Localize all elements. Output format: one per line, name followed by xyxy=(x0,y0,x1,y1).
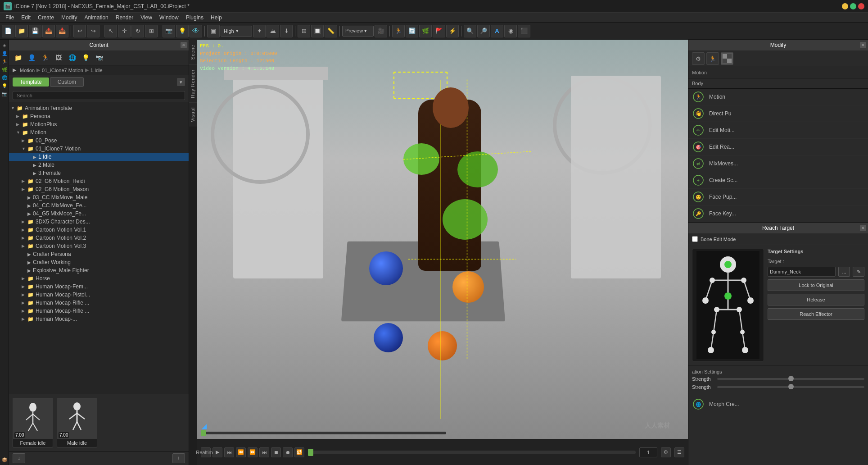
toolbar-misc1[interactable]: ◉ xyxy=(504,25,517,37)
menu-render[interactable]: Render xyxy=(112,14,137,22)
release-btn[interactable]: Release xyxy=(768,294,864,305)
tree-item-cc-fe[interactable]: ▶ 04_CC MixMove_Fe... xyxy=(9,201,189,210)
tab-settings-btn[interactable]: ▾ xyxy=(177,78,185,86)
direct-pu-btn[interactable]: 👋 Direct Pu xyxy=(688,105,868,122)
toolbar-export[interactable]: 📤 xyxy=(42,25,55,37)
modify-icon-person[interactable]: 🏃 xyxy=(706,52,719,65)
preview-dropdown[interactable]: Preview ▾ xyxy=(342,26,374,36)
left-icon-7[interactable]: 📷 xyxy=(1,90,8,97)
toolbar-terrain[interactable]: ⛰ xyxy=(267,25,279,37)
content-close-button[interactable]: ✕ xyxy=(181,42,187,48)
timeline-track[interactable] xyxy=(308,451,636,454)
menu-edit[interactable]: Edit xyxy=(18,14,34,22)
tree-item-g5fe[interactable]: ▶ 04_G5 MixMoce_Fe... xyxy=(9,210,189,218)
content-icon-light[interactable]: 💡 xyxy=(80,52,91,63)
morph-btn[interactable]: 🌐 Morph Cre... xyxy=(688,396,868,412)
toolbar-move[interactable]: ✛ xyxy=(118,25,131,37)
tree-item-mocap-misc[interactable]: ▶ 📁 Human Mocap-... xyxy=(9,315,189,323)
toolbar-zoom-out[interactable]: 🔍 xyxy=(464,25,476,37)
viewport[interactable]: FPS : 0. Project Origin : 0:0:01000 Sele… xyxy=(197,40,688,439)
stop-btn[interactable]: ⏹ xyxy=(271,447,281,457)
left-icon-6[interactable]: 💡 xyxy=(1,82,8,89)
frame-input[interactable] xyxy=(639,447,657,457)
toolbar-view-type[interactable]: ▣ xyxy=(207,25,220,37)
left-icon-1[interactable]: ◈ xyxy=(1,41,8,49)
tree-item-g6mason[interactable]: ▶ 📁 02_G6 Motion_Mason xyxy=(9,185,189,193)
menu-plugins[interactable]: Plugins xyxy=(182,14,207,22)
toolbar-scale[interactable]: ⊞ xyxy=(145,25,158,37)
tree-item-motion[interactable]: ▼ 📁 Motion xyxy=(9,128,189,137)
content-icon-motion[interactable]: 🏃 xyxy=(40,52,50,63)
mixmoves-btn[interactable]: ⇌ MixMoves... xyxy=(688,155,868,172)
left-icon-5[interactable]: 🌐 xyxy=(1,74,8,81)
content-icon-person[interactable]: 👤 xyxy=(26,52,37,63)
strength-slider-1[interactable] xyxy=(717,378,864,380)
prev-keyframe-btn[interactable]: ⏮ xyxy=(224,447,234,457)
reach-effector-btn[interactable]: Reach Effector xyxy=(768,308,864,320)
next-keyframe-btn[interactable]: ⏭ xyxy=(259,447,269,457)
tree-item-1idle[interactable]: ▶ 1.Idle xyxy=(9,153,189,161)
toolbar-flag[interactable]: 🚩 xyxy=(433,25,445,37)
visual-tab[interactable]: Visual xyxy=(189,102,197,127)
toolbar-misc2[interactable]: ⬛ xyxy=(518,25,530,37)
maximize-button[interactable]: □ xyxy=(850,3,856,9)
menu-file[interactable]: File xyxy=(2,14,18,22)
tree-item-mocap-fem[interactable]: ▶ 📁 Human Mocap-Fem... xyxy=(9,283,189,291)
toolbar-new[interactable]: 📄 xyxy=(2,25,14,37)
content-add-button[interactable]: + xyxy=(172,453,185,463)
tree-item-horse[interactable]: ▶ 📁 Horse xyxy=(9,274,189,283)
reach-close-btn[interactable]: ✕ xyxy=(860,225,866,231)
tree-item-crafter-persona[interactable]: ▶ Crafter Persona xyxy=(9,250,189,258)
menu-animation[interactable]: Animation xyxy=(81,14,112,22)
toolbar-motion[interactable]: 🏃 xyxy=(392,25,405,37)
tree-item-3female[interactable]: ▶ 3.Female xyxy=(9,169,189,177)
toolbar-rotate[interactable]: ↻ xyxy=(131,25,144,37)
tree-item-cartoon1[interactable]: ▶ 📁 Cartoon Motion Vol.1 xyxy=(9,226,189,234)
toolbar-undo[interactable]: ↩ xyxy=(73,25,86,37)
viewport-timeline-bar[interactable] xyxy=(201,432,446,434)
toolbar-particles[interactable]: ✦ xyxy=(253,25,266,37)
breadcrumb-motion[interactable]: Motion xyxy=(20,68,35,73)
toolbar-snap[interactable]: 🔲 xyxy=(311,25,324,37)
toolbar-measure[interactable]: 📏 xyxy=(325,25,337,37)
tree-item-persona[interactable]: ▶ 📁 Persona xyxy=(9,112,189,120)
toolbar-import[interactable]: 📥 xyxy=(56,25,68,37)
left-icon-4[interactable]: 🌿 xyxy=(1,66,8,73)
left-icon-2[interactable]: 👤 xyxy=(1,50,8,57)
scene-tab[interactable]: Scene xyxy=(189,40,197,64)
step-back-btn[interactable]: ⏪ xyxy=(236,447,246,457)
quality-dropdown[interactable]: High ▾ xyxy=(221,26,252,36)
timeline-position-marker[interactable] xyxy=(308,449,313,456)
menu-view[interactable]: View xyxy=(137,14,156,22)
tree-item-cc-male[interactable]: ▶ 03_CC MixMove_Male xyxy=(9,193,189,201)
breadcrumb-idle[interactable]: 1.Idle xyxy=(90,68,103,73)
ray-render-tab[interactable]: Ray Render xyxy=(189,64,197,103)
tree-item-mocap-pistol[interactable]: ▶ 📁 Human Mocap-Pistol... xyxy=(9,291,189,299)
toolbar-redo[interactable]: ↪ xyxy=(87,25,99,37)
minimize-button[interactable]: – xyxy=(842,3,848,9)
tree-item-crafter-working[interactable]: ▶ Crafter Working xyxy=(9,258,189,266)
modify-close-btn[interactable]: ✕ xyxy=(860,42,866,48)
step-forward-btn[interactable]: ⏩ xyxy=(248,447,258,457)
toolbar-save[interactable]: 💾 xyxy=(29,25,41,37)
modify-icon-checker[interactable] xyxy=(721,52,733,65)
thumb-female-idle[interactable]: 7.00 Female idle xyxy=(13,398,53,447)
strength-thumb-2[interactable] xyxy=(788,384,794,389)
motion-plus-btn[interactable]: 🏃 Motion xyxy=(688,89,868,105)
tree-item-00pose[interactable]: ▶ 📁 00_Pose xyxy=(9,137,189,145)
toolbar-grid[interactable]: ⊞ xyxy=(298,25,310,37)
record-btn[interactable]: ⏺ xyxy=(283,447,293,457)
strength-slider-2[interactable] xyxy=(717,386,864,388)
realtime-btn[interactable]: Realtime xyxy=(201,447,211,457)
target-input[interactable] xyxy=(768,267,836,277)
target-dots-btn[interactable]: ... xyxy=(838,267,850,277)
toolbar-camera[interactable]: 📷 xyxy=(163,25,175,37)
bone-edit-checkbox[interactable] xyxy=(692,236,698,242)
face-key-btn[interactable]: 🔑 Face Key... xyxy=(688,205,868,222)
toolbar-anim1[interactable]: 🔄 xyxy=(406,25,418,37)
viewport-timeline-thumb[interactable] xyxy=(201,430,206,436)
tree-item-motionplus[interactable]: ▶ 📁 MotionPlus xyxy=(9,120,189,128)
tab-template[interactable]: Template xyxy=(13,78,49,87)
tree-item-animation-template[interactable]: ▼ 📁 Animation Template xyxy=(9,104,189,112)
lock-to-original-btn[interactable]: Lock to Original xyxy=(768,279,864,291)
